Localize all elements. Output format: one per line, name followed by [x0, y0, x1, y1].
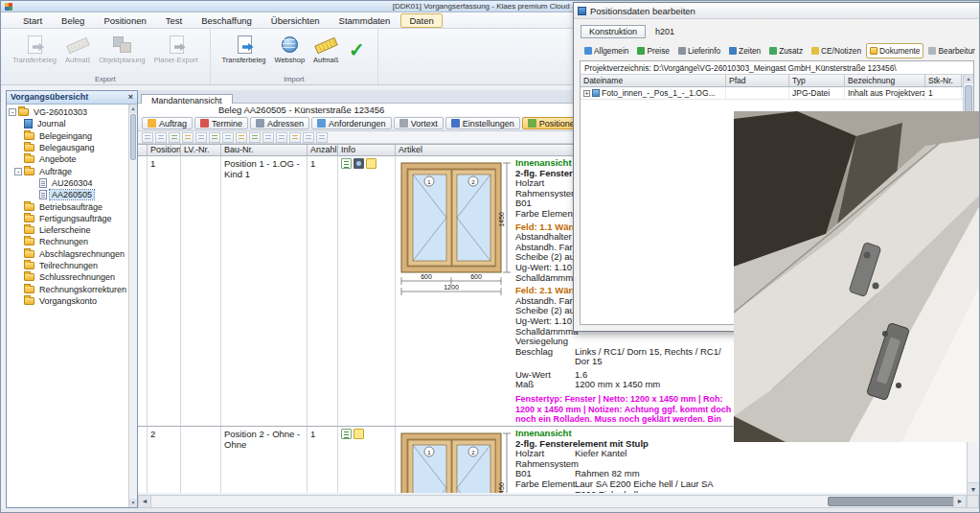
tree-item-rechnungskorrekturen[interactable]: Rechnungskorrekturen	[7, 283, 128, 294]
tree-item-abschlagsrechnungen[interactable]: Abschlagsrechnungen	[7, 248, 128, 260]
tree-item-belegausgang[interactable]: Belegausgang	[7, 142, 128, 153]
toolbar-button-einstellungen[interactable]: Einstellungen	[445, 117, 520, 129]
tree-item-lieferscheine[interactable]: Lieferscheine	[7, 224, 128, 236]
column-info[interactable]: Info	[338, 145, 396, 155]
tree-item-journal[interactable]: Journal	[7, 118, 128, 129]
toolbar-button-anforderungen[interactable]: Anforderungen	[311, 117, 392, 129]
ribbon-button-aufmaß[interactable]: Aufmaß	[311, 33, 340, 66]
konstruktion-row: Konstruktion h201	[581, 25, 674, 38]
tool-icon-2[interactable]	[155, 132, 167, 143]
expand-row-icon[interactable]: +	[583, 90, 590, 97]
dialog-tab-dokumente[interactable]: Dokumente	[866, 43, 923, 58]
measure-icon	[315, 35, 336, 54]
photo-preview[interactable]	[734, 111, 980, 442]
list-icon[interactable]	[341, 158, 352, 169]
menu-item-beschaffung[interactable]: Beschaffung	[193, 13, 261, 28]
menu-item-stammdaten[interactable]: Stammdaten	[330, 13, 399, 28]
project-directory-label: Projektverzeichnis: D:\Vorgänge\VG-26010…	[581, 61, 973, 75]
tool-icon-14[interactable]	[316, 132, 328, 143]
list-icon[interactable]	[341, 429, 352, 439]
toolbar-button-vortext[interactable]: Vortext	[394, 117, 444, 129]
file-row[interactable]: +Foto_innen_-_Pos_1_-_1.OG...JPG-DateiIn…	[581, 87, 973, 100]
toolbar-button-adressen[interactable]: Adressen	[250, 117, 309, 129]
tool-icon-12[interactable]	[289, 132, 301, 143]
scroll-up-icon[interactable]: ▲	[129, 105, 137, 113]
ribbon-button-transferbeleg[interactable]: Transferbeleg	[220, 33, 268, 66]
menu-item-start[interactable]: Start	[14, 13, 51, 28]
horizontal-scrollbar[interactable]: ◄ ►	[138, 495, 967, 508]
tree-item-vg-26010303[interactable]: -VG-26010303	[7, 106, 128, 118]
green-check-icon[interactable]: ✓	[345, 38, 368, 63]
tool-icon-9[interactable]	[249, 132, 261, 143]
dialog-tab-allgemein[interactable]: Allgemein	[581, 43, 632, 58]
dialog-tab-lieferinfo[interactable]: Lieferinfo	[674, 43, 724, 58]
tool-icon-13[interactable]	[303, 132, 314, 143]
tool-icon-11[interactable]	[276, 132, 287, 143]
tree-scroll-thumb[interactable]	[130, 114, 136, 160]
menu-item-übersichten[interactable]: Übersichten	[262, 13, 329, 28]
menu-item-positionen[interactable]: Positionen	[95, 13, 154, 28]
tree-item-vorgangskonto[interactable]: Vorgangskonto	[7, 295, 128, 307]
dialog-tab-bearbeitungsanweisunge[interactable]: Bearbeitungsanweisunge...	[924, 43, 975, 58]
tool-icon-7[interactable]	[222, 132, 234, 143]
konstruktion-button[interactable]: Konstruktion	[581, 25, 646, 38]
anforderungen-icon	[317, 119, 326, 128]
file-name: Foto_innen_-_Pos_1_-_1.OG...	[602, 88, 716, 98]
tree-expander-icon[interactable]: -	[14, 168, 22, 175]
tree-item-teilrechnungen[interactable]: Teilrechnungen	[7, 260, 128, 271]
tool-icon-4[interactable]	[182, 132, 194, 143]
tree-item-au260304[interactable]: AU260304	[7, 177, 128, 189]
dialog-tab-preise[interactable]: Preise	[633, 43, 673, 58]
tree-item-fertigungsaufträge[interactable]: Fertigungsaufträge	[7, 213, 128, 224]
tool-icon-6[interactable]	[209, 132, 220, 143]
files-column-stk-nr[interactable]: Stk-Nr.	[925, 75, 962, 86]
tree-item-angebote[interactable]: Angebote	[7, 153, 128, 165]
column-bau-nr[interactable]: Bau-Nr.	[221, 145, 308, 155]
tool-icon-10[interactable]	[262, 132, 274, 143]
panel-close-icon[interactable]: ×	[128, 92, 133, 103]
scroll-up-icon[interactable]: ▲	[964, 75, 973, 83]
column-lv-nr[interactable]: LV.-Nr.	[181, 145, 221, 155]
files-column-typ[interactable]: Typ	[789, 75, 845, 86]
scroll-left-icon[interactable]: ◄	[139, 496, 151, 507]
tree-scrollbar[interactable]: ▲ ▼	[128, 105, 137, 507]
ribbon-button-webshop[interactable]: Webshop	[273, 33, 308, 66]
toolbar-button-termine[interactable]: Termine	[194, 117, 248, 129]
dialog-tabs: AllgemeinPreiseLieferinfoZeitenZusatzCE/…	[581, 43, 975, 58]
note-icon[interactable]	[366, 158, 376, 169]
files-column-dateiname[interactable]: Dateiname	[581, 75, 726, 86]
row-selector[interactable]	[138, 427, 148, 493]
tool-icon-5[interactable]	[195, 132, 207, 143]
column-anzahl[interactable]: Anzahl	[308, 145, 338, 155]
tool-icon-8[interactable]	[236, 132, 247, 143]
vortext-icon	[399, 119, 408, 128]
tool-icon-1[interactable]	[142, 132, 153, 143]
column-position[interactable]: Position	[148, 145, 181, 155]
dialog-tab-zusatz[interactable]: Zusatz	[765, 43, 807, 58]
camera-icon[interactable]	[353, 158, 364, 169]
note-icon[interactable]	[353, 429, 364, 439]
toolbar-button-auftrag[interactable]: Auftrag	[142, 117, 193, 129]
scroll-right-icon[interactable]: ►	[953, 496, 966, 507]
tree-item-schlussrechnungen[interactable]: Schlussrechnungen	[7, 271, 128, 283]
dialog-tab-ce-notizen[interactable]: CE/Notizen	[808, 43, 865, 58]
vorgang-tree: -VG-26010303JournalBelegeingangBelegausg…	[7, 105, 128, 507]
tree-item-betriebsaufträge[interactable]: Betriebsaufträge	[7, 200, 128, 212]
dialog-tab-zeiten[interactable]: Zeiten	[725, 43, 764, 58]
tree-item-rechnungen[interactable]: Rechnungen	[7, 236, 128, 247]
dialog-title-bar[interactable]: Positionsdaten bearbeiten	[574, 3, 980, 19]
hscroll-thumb[interactable]	[828, 497, 956, 506]
tree-expander-icon[interactable]: -	[9, 108, 16, 116]
row-selector[interactable]	[138, 156, 148, 426]
files-column-pfad[interactable]: Pfad	[726, 75, 789, 86]
tree-item-belegeingang[interactable]: Belegeingang	[7, 130, 128, 142]
scroll-down-icon[interactable]: ▼	[129, 499, 137, 507]
files-column-bezeichnung[interactable]: Bezeichnung	[845, 75, 925, 86]
tree-item-aufträge[interactable]: -Aufträge	[7, 165, 128, 176]
tool-icon-3[interactable]	[169, 132, 180, 143]
scroll-down-icon[interactable]: ▼	[968, 482, 979, 495]
tree-item-aa260505[interactable]: AA260505	[7, 189, 128, 200]
menu-item-test[interactable]: Test	[157, 13, 191, 28]
menu-item-beleg[interactable]: Beleg	[53, 13, 93, 28]
menu-item-daten[interactable]: Daten	[400, 13, 442, 28]
